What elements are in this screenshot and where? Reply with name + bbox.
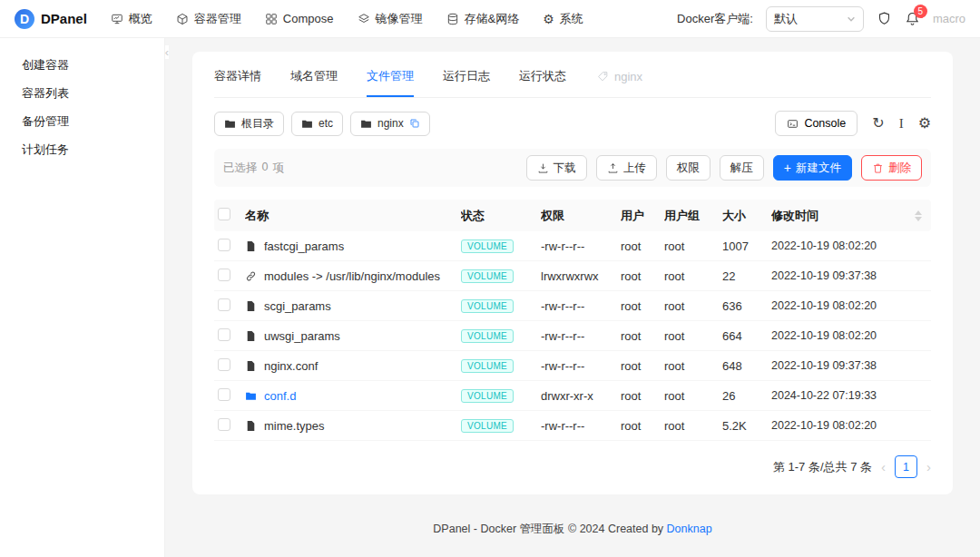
delete-label: 删除 [888,161,911,176]
download-button[interactable]: 下载 [526,155,587,181]
upload-button[interactable]: 上传 [596,155,657,181]
row-checkbox[interactable] [218,328,230,341]
file-mtime: 2022-10-19 09:37:38 [771,269,913,282]
file-permission: lrwxrwxrwx [541,269,621,283]
unzip-button[interactable]: 解压 [720,155,764,181]
console-button[interactable]: Console [775,111,858,136]
file-name[interactable]: modules -> /usr/lib/nginx/modules [264,269,440,283]
path-tools: Console ↻ I ⚙ [775,111,931,136]
file-name[interactable]: fastcgi_params [264,239,344,253]
file-name[interactable]: mime.types [264,419,324,433]
col-group: 用户组 [664,208,722,224]
sort-icon[interactable] [913,210,931,221]
refresh-icon[interactable]: ↻ [872,116,884,131]
nav-item-overview[interactable]: 概览 [111,11,152,27]
nav-item-system[interactable]: ⚙ 系统 [543,11,583,27]
page-number-button[interactable]: 1 [895,455,917,478]
table-header-row: 名称 状态 权限 用户 用户组 大小 修改时间 [214,200,931,231]
file-actions: 下载 上传 权限 解压 + 新建文件 [526,155,922,181]
file-size: 664 [722,329,771,343]
sidebar-item-backup[interactable]: 备份管理 [0,107,164,135]
pagination-summary: 第 1-7 条/总共 7 条 [773,459,872,475]
file-size: 26 [722,389,771,403]
crumb-label: nginx [377,117,404,130]
file-group: root [664,359,722,373]
top-navbar: D DPanel 概览 容器管理 Compose 镜像管理 存储&网络 ⚙ 系统… [0,0,980,38]
file-mtime: 2022-10-19 08:02:20 [771,299,913,312]
text-editor-icon[interactable]: I [899,117,904,131]
table-row: mime.types VOLUME -rw-r--r-- root root 5… [214,411,931,441]
file-name[interactable]: scgi_params [264,299,331,313]
notifications-button[interactable]: 5 [905,11,920,26]
sidebar-item-label: 备份管理 [22,113,69,130]
row-checkbox[interactable] [218,269,230,281]
sidebar-item-container-list[interactable]: 容器列表 [0,79,164,107]
next-page-icon[interactable]: › [926,459,931,474]
volume-tag: VOLUME [461,239,514,253]
image-layers-icon [358,13,370,25]
nav-label: 容器管理 [194,11,241,27]
table-row: fastcgi_params VOLUME -rw-r--r-- root ro… [214,231,931,261]
col-size: 大小 [722,208,771,224]
volume-tag: VOLUME [461,329,514,343]
tab-domain-manage[interactable]: 域名管理 [290,55,338,97]
file-mtime: 2022-10-19 09:37:38 [771,359,913,372]
tab-run-logs[interactable]: 运行日志 [443,55,490,97]
copy-icon [409,118,420,129]
file-size: 1007 [722,239,771,253]
file-icon [245,300,257,312]
file-icon [245,420,257,432]
prev-page-icon[interactable]: ‹ [881,459,886,474]
gear-icon: ⚙ [543,13,554,25]
username[interactable]: macro [933,12,965,25]
selected-info: 已选择 0 项 [223,161,284,176]
crumb-root-button[interactable]: 根目录 [214,112,284,136]
file-permission: -rw-r--r-- [541,239,621,253]
file-name[interactable]: conf.d [264,389,296,403]
sidebar-collapse-icon[interactable]: ‹ [165,45,169,59]
nav-item-containers[interactable]: 容器管理 [176,11,241,27]
sidebar-item-cron-tasks[interactable]: 计划任务 [0,135,164,163]
top-nav: 概览 容器管理 Compose 镜像管理 存储&网络 ⚙ 系统 [111,11,583,27]
unzip-label: 解压 [730,161,753,176]
row-checkbox[interactable] [218,239,230,251]
file-icon [245,240,257,252]
selected-suffix: 项 [272,161,284,176]
file-permission: -rw-r--r-- [541,359,621,373]
tab-run-status[interactable]: 运行状态 [519,55,566,97]
settings-icon[interactable]: ⚙ [918,116,931,131]
download-label: 下载 [554,161,576,176]
sidebar-item-create-container[interactable]: 创建容器 [0,51,164,79]
row-checkbox[interactable] [218,298,230,311]
tab-file-manage[interactable]: 文件管理 [367,55,414,97]
container-icon [176,13,189,25]
new-file-button[interactable]: + 新建文件 [773,155,852,181]
folder-icon [360,118,372,130]
file-mtime: 2022-10-19 08:02:20 [771,419,913,432]
shield-icon[interactable] [877,11,892,26]
nav-item-compose[interactable]: Compose [265,12,334,25]
breadcrumb: 根目录 etc nginx [214,112,430,136]
file-table: 名称 状态 权限 用户 用户组 大小 修改时间 fastcgi_params V… [214,200,931,441]
volume-tag: VOLUME [461,419,514,433]
row-checkbox[interactable] [218,418,230,431]
tab-container-detail[interactable]: 容器详情 [214,55,261,97]
crumb-nginx-button[interactable]: nginx [350,112,430,136]
upload-label: 上传 [623,161,646,176]
link-icon [245,270,257,282]
docker-client-select[interactable]: 默认 [766,6,864,32]
brand[interactable]: D DPanel [15,9,87,29]
file-group: root [664,299,722,313]
select-all-checkbox[interactable] [218,208,230,220]
delete-button[interactable]: 删除 [861,155,922,181]
file-name[interactable]: nginx.conf [264,359,318,373]
nav-item-images[interactable]: 镜像管理 [358,11,423,27]
footer-link[interactable]: Donknap [667,523,712,535]
permission-button[interactable]: 权限 [666,155,710,181]
crumb-etc-button[interactable]: etc [291,112,343,136]
nav-item-storage-network[interactable]: 存储&网络 [446,11,520,27]
file-name[interactable]: uwsgi_params [264,329,340,343]
row-checkbox[interactable] [218,388,230,401]
notification-badge: 5 [914,5,927,18]
row-checkbox[interactable] [218,358,230,371]
